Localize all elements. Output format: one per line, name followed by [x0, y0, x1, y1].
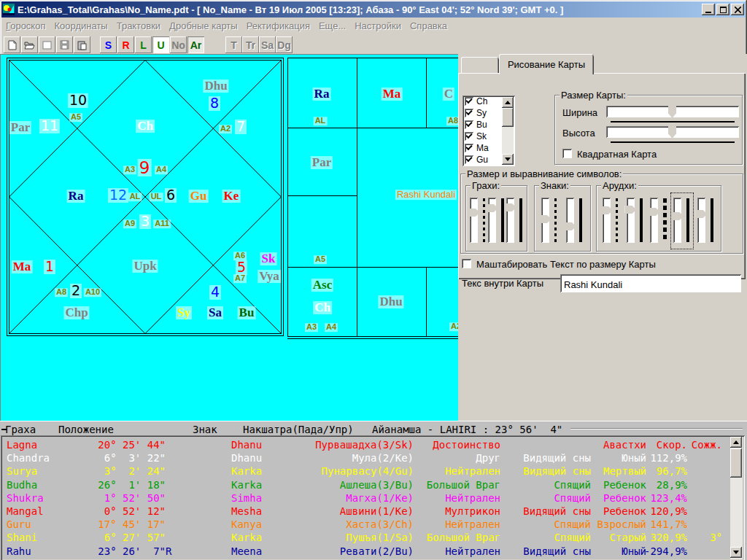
chart-label-vya: Vya — [258, 270, 281, 283]
vertical-slider[interactable] — [626, 195, 645, 247]
slider-track[interactable] — [627, 198, 635, 243]
scrollbar-thumb[interactable] — [730, 448, 742, 478]
slider-track[interactable] — [603, 198, 611, 243]
checkbox-checked[interactable] — [465, 144, 473, 152]
varga-button-sa[interactable]: Sa — [259, 36, 276, 53]
table-row-budha[interactable]: Budha26° 1' 18"KarkaАшлеша(3/Bu)Большой … — [2, 479, 729, 492]
table-row-shukra[interactable]: Shukra 1° 52' 50"SimhaМагха(1/Ke)Нейтрал… — [2, 492, 729, 505]
close-button[interactable] — [731, 4, 744, 15]
table-row-surya[interactable]: Surya 3° 2' 24"KarkaПунарвасу(4/Gu)Нейтр… — [2, 465, 729, 478]
vertical-slider[interactable] — [697, 195, 716, 247]
slider-thumb[interactable] — [649, 208, 660, 216]
toolbar-button-no[interactable]: No — [170, 36, 187, 53]
varga-button-t[interactable]: T — [225, 36, 242, 53]
toolbar-button-ar[interactable]: Ar — [187, 36, 204, 53]
cell-pos: 6° 3' 22" — [81, 452, 166, 464]
maximize-button[interactable] — [716, 4, 729, 15]
chart-label-upk: Upk — [132, 260, 158, 273]
checkbox-checked[interactable] — [465, 109, 473, 117]
slider-track[interactable] — [488, 198, 496, 243]
vertical-slider[interactable] — [469, 195, 487, 247]
table-row-rahu[interactable]: Rahu23° 26' 7"RMeenaРевати(2/Bu)Нейтрале… — [2, 545, 729, 559]
menu-item[interactable]: Еще... — [314, 20, 350, 31]
slider-thumb[interactable] — [601, 206, 613, 214]
tab-blank[interactable] — [461, 57, 499, 73]
menu-item[interactable]: Справка — [406, 20, 452, 31]
slider-track[interactable] — [673, 198, 681, 243]
menu-item[interactable]: Гороскоп — [1, 20, 50, 31]
varga-button-dg[interactable]: Dg — [276, 36, 293, 53]
slider-group-title: Грахи: — [471, 180, 501, 191]
slider-thumb[interactable] — [487, 204, 498, 212]
checkbox-checked[interactable] — [465, 132, 473, 141]
table-row-shani[interactable]: Shani 6° 27' 57"KarkaПушъя(1/Sa)Большой … — [2, 532, 729, 545]
table-row-guru[interactable]: Guru17° 45' 17"KanyaХаста(3/Ch)Нейтрален… — [2, 518, 729, 532]
checkbox-checked[interactable] — [465, 97, 473, 106]
scroll-up-button[interactable] — [502, 97, 514, 108]
slider-track[interactable] — [650, 198, 658, 243]
slider-thumb[interactable] — [672, 212, 684, 220]
menu-item[interactable]: Ректификация — [242, 20, 314, 31]
menu-bar: ГороскопКоординатыТрактовкиДробные карты… — [1, 18, 746, 33]
scroll-down-button[interactable] — [730, 547, 742, 558]
toolbar-button-u[interactable]: U — [152, 36, 169, 53]
slider-group-1: Знаки: — [534, 185, 591, 252]
tab-chart-drawing[interactable]: Рисование Карты — [499, 54, 594, 74]
cell-pos: 6° 27' 57" — [81, 532, 166, 543]
slider-track[interactable] — [506, 198, 514, 243]
slider-track[interactable] — [541, 198, 549, 243]
height-slider[interactable] — [606, 126, 739, 138]
slider-thumb[interactable] — [696, 210, 708, 218]
vertical-slider[interactable] — [649, 195, 668, 247]
checkbox-checked[interactable] — [465, 120, 473, 129]
toolbar-button-r[interactable]: R — [117, 36, 134, 53]
minimize-button[interactable] — [702, 4, 715, 15]
checkbox-checked[interactable] — [465, 155, 473, 164]
slider-thumb[interactable] — [565, 222, 576, 230]
vertical-slider[interactable] — [541, 195, 560, 247]
menu-item[interactable]: Координаты — [50, 20, 112, 31]
slider-thumb[interactable] — [468, 209, 480, 217]
square-chart-checkbox[interactable] — [562, 149, 572, 158]
cell-nak: Ашлеша(3/Bu) — [310, 479, 414, 491]
slider-thumb[interactable] — [540, 215, 551, 223]
slider-track[interactable] — [697, 198, 705, 243]
menu-item[interactable]: Трактовки — [112, 20, 165, 31]
save-button[interactable] — [56, 36, 73, 53]
chart-label-8: 8 — [209, 96, 220, 111]
scroll-down-button[interactable] — [502, 154, 514, 165]
slider-track[interactable] — [470, 198, 478, 243]
inner-text-input[interactable] — [560, 274, 741, 292]
table-scrollbar[interactable] — [730, 437, 743, 559]
open-file-button[interactable] — [21, 36, 38, 53]
blank-card-button[interactable] — [39, 36, 55, 53]
table-row-lagna[interactable]: Lagna20° 25' 44"DhanuПурвашадха(3/Sk)Дос… — [2, 439, 729, 452]
vertical-slider[interactable] — [673, 195, 692, 247]
varga-button-tr[interactable]: Tr — [242, 36, 259, 53]
table-row-chandra[interactable]: Chandra 6° 3' 22"DhanuМула(2/Ke)ДругВидя… — [2, 452, 729, 465]
scroll-up-button[interactable] — [730, 437, 742, 448]
slider-thumb[interactable] — [505, 203, 516, 211]
new-file-button[interactable] — [4, 36, 20, 53]
slider-thumb[interactable] — [625, 206, 637, 214]
table-row-mangal[interactable]: Mangal 0° 52' 12"MeshaАшвини(1/Ke)Мултри… — [2, 505, 729, 518]
scrollbar-thumb[interactable] — [502, 108, 514, 127]
scale-text-checkbox[interactable] — [462, 259, 471, 268]
symbols-group-title: Размер и выравнивание символов: — [465, 168, 623, 179]
vertical-slider[interactable] — [602, 195, 621, 247]
menu-item[interactable]: Настройки — [350, 20, 406, 31]
graha-list-label: Sk — [476, 131, 487, 141]
header-divider — [570, 428, 743, 429]
slider-track[interactable] — [566, 198, 574, 243]
toolbar-button-s[interactable]: S — [100, 36, 117, 53]
vertical-slider[interactable] — [487, 195, 506, 247]
paste-button[interactable] — [74, 36, 90, 53]
height-slider-thumb[interactable] — [668, 125, 676, 139]
width-slider[interactable] — [606, 106, 739, 117]
vertical-slider[interactable] — [565, 195, 584, 247]
width-slider-thumb[interactable] — [668, 105, 676, 118]
menu-item[interactable]: Дробные карты — [165, 20, 242, 31]
list-scrollbar[interactable] — [502, 97, 514, 165]
toolbar-button-l[interactable]: L — [135, 36, 152, 53]
vertical-slider[interactable] — [506, 195, 524, 247]
